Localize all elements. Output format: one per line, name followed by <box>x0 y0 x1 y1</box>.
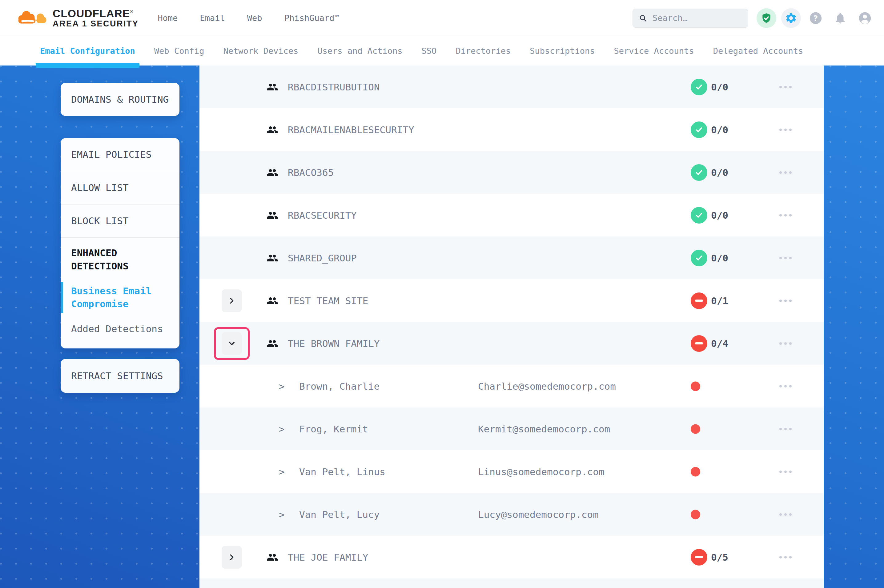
settings-gear-icon[interactable] <box>781 8 801 28</box>
search-icon <box>639 14 647 23</box>
status-ok-badge <box>691 122 707 138</box>
tab-sso[interactable]: SSO <box>422 36 437 66</box>
help-icon[interactable]: ? <box>806 8 825 28</box>
group-icon <box>266 166 278 178</box>
member-email: Linus@somedemocorp.com <box>478 466 604 477</box>
app-root: CLOUDFLARE® AREA 1 SECURITY Home Email W… <box>0 0 884 588</box>
nav-item-email[interactable]: Email <box>200 13 225 23</box>
sidebar-card-retract-settings[interactable]: RETRACT SETTINGS <box>61 359 179 393</box>
row-actions-ellipsis[interactable] <box>779 471 792 473</box>
expand-toggle-button[interactable] <box>222 332 242 355</box>
expand-toggle-button[interactable] <box>222 290 242 312</box>
check-icon <box>695 82 704 92</box>
tab-service-accounts[interactable]: Service Accounts <box>614 36 694 66</box>
notifications-bell-icon[interactable] <box>830 8 850 28</box>
group-name: RBACO365 <box>288 167 334 178</box>
sidebar-item-added-detections[interactable]: Added Detections <box>71 322 170 336</box>
status-blocked-badge <box>691 292 707 309</box>
group-icon <box>266 295 278 307</box>
row-actions-ellipsis[interactable] <box>779 300 792 302</box>
table-row-group: SHARED_GROUP0/0 <box>200 237 824 279</box>
chevron-down-icon <box>227 339 236 348</box>
group-icon <box>266 124 278 136</box>
row-actions-ellipsis[interactable] <box>779 257 792 259</box>
nav-item-home[interactable]: Home <box>158 13 178 23</box>
table-row-member: >Van Pelt, LucyLucy@somedemocorp.com <box>200 493 824 536</box>
row-actions-ellipsis[interactable] <box>779 171 792 174</box>
search-input[interactable] <box>652 13 742 23</box>
check-icon <box>695 125 704 134</box>
member-count: 0/5 <box>711 552 728 563</box>
sidebar-item-allow-list[interactable]: ALLOW LIST <box>61 171 179 204</box>
tab-email-configuration[interactable]: Email Configuration <box>40 36 135 66</box>
row-actions-ellipsis[interactable] <box>779 556 792 558</box>
tab-subscriptions[interactable]: Subscriptions <box>530 36 595 66</box>
row-actions-ellipsis[interactable] <box>779 342 792 345</box>
group-name: TEST TEAM SITE <box>288 295 368 306</box>
check-icon <box>695 168 704 177</box>
member-name: Van Pelt, Lucy <box>299 509 379 520</box>
check-icon <box>695 254 704 262</box>
sidebar-item-retract-settings[interactable]: RETRACT SETTINGS <box>71 370 163 381</box>
registered-mark: ® <box>130 9 133 14</box>
row-actions-ellipsis[interactable] <box>779 385 792 387</box>
row-actions-ellipsis[interactable] <box>779 129 792 131</box>
table-row-group: RBACMAILENABLESECURITY0/0 <box>200 108 824 151</box>
table-row-member: >Frog, KermitKermit@somedemocorp.com <box>200 408 824 450</box>
tab-directories[interactable]: Directories <box>456 36 511 66</box>
sidebar-section-enhanced-detections: ENHANCED DETECTIONS Business Email Compr… <box>61 238 179 348</box>
group-icon <box>266 209 278 221</box>
sidebar-item-business-email-compromise[interactable]: Business Email Compromise <box>71 285 164 311</box>
tab-network-devices[interactable]: Network Devices <box>223 36 298 66</box>
header-icon-buttons: ? <box>756 8 875 28</box>
search-box[interactable] <box>633 9 748 28</box>
primary-nav: Home Email Web PhishGuard™ <box>158 13 340 23</box>
sidebar-card-domains-routing[interactable]: DOMAINS & ROUTING <box>61 83 179 116</box>
page-background: DOMAINS & ROUTING EMAIL POLICIES ALLOW L… <box>0 66 884 588</box>
svg-text:?: ? <box>813 14 818 22</box>
status-blocked-badge <box>691 549 707 566</box>
table-row-partial <box>200 579 824 588</box>
secondary-tabbar: Email Configuration Web Config Network D… <box>0 36 884 66</box>
group-name: RBACDISTRUBUTION <box>288 81 380 93</box>
cloudflare-brand[interactable]: CLOUDFLARE® AREA 1 SECURITY <box>17 8 139 28</box>
row-actions-ellipsis[interactable] <box>779 513 792 516</box>
tab-web-config[interactable]: Web Config <box>154 36 204 66</box>
check-icon <box>695 211 704 220</box>
member-email: Lucy@somedemocorp.com <box>478 509 599 520</box>
chevron-right-icon <box>227 553 236 562</box>
account-avatar-icon[interactable] <box>855 8 875 28</box>
member-count: 0/1 <box>711 295 728 306</box>
group-name: SHARED_GROUP <box>288 252 357 264</box>
member-caret-icon[interactable]: > <box>279 509 285 520</box>
shield-check-icon[interactable] <box>756 8 776 28</box>
nav-item-phishguard[interactable]: PhishGuard™ <box>284 13 340 23</box>
chevron-right-icon <box>227 296 236 305</box>
row-actions-ellipsis[interactable] <box>779 86 792 88</box>
table-row-member: >Van Pelt, LinusLinus@somedemocorp.com <box>200 450 824 493</box>
member-count: 0/0 <box>711 210 728 221</box>
group-name: THE JOE FAMILY <box>288 552 368 563</box>
row-actions-ellipsis[interactable] <box>779 214 792 216</box>
nav-item-web[interactable]: Web <box>247 13 262 23</box>
member-caret-icon[interactable]: > <box>279 466 285 477</box>
row-actions-ellipsis[interactable] <box>779 428 792 430</box>
member-caret-icon[interactable]: > <box>279 381 285 392</box>
status-ok-badge <box>691 79 707 95</box>
status-ok-badge <box>691 250 707 266</box>
tab-users-and-actions[interactable]: Users and Actions <box>317 36 402 66</box>
sidebar-item-enhanced-detections[interactable]: ENHANCED DETECTIONS <box>71 246 164 273</box>
group-name: RBACSECURITY <box>288 210 357 221</box>
expand-toggle-button[interactable] <box>222 546 242 568</box>
sidebar-card-policies: EMAIL POLICIES ALLOW LIST BLOCK LIST ENH… <box>61 138 179 348</box>
group-icon <box>266 252 278 264</box>
member-caret-icon[interactable]: > <box>279 423 285 435</box>
sidebar-item-domains-routing[interactable]: DOMAINS & ROUTING <box>71 94 169 105</box>
member-name: Frog, Kermit <box>299 423 368 435</box>
member-email: Kermit@somedemocorp.com <box>478 423 610 435</box>
sidebar-item-email-policies[interactable]: EMAIL POLICIES <box>61 138 179 171</box>
tab-delegated-accounts[interactable]: Delegated Accounts <box>713 36 803 66</box>
sidebar-item-block-list[interactable]: BLOCK LIST <box>61 204 179 238</box>
member-count: 0/0 <box>711 252 728 264</box>
cloudflare-cloud-logo-icon <box>17 9 48 27</box>
